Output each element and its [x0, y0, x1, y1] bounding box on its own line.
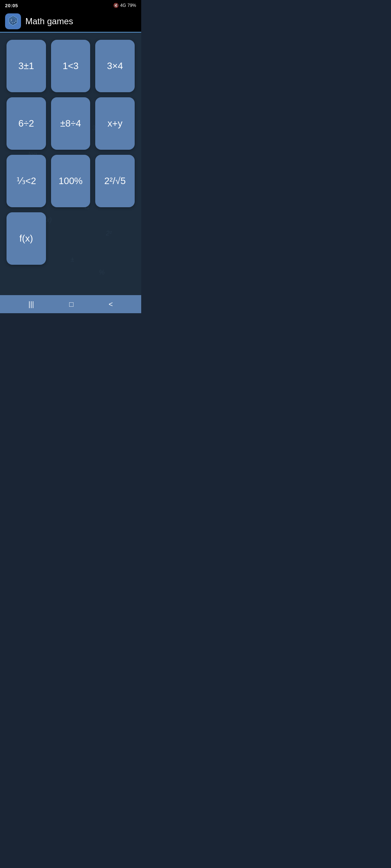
tile-powers[interactable]: 2²/√5	[95, 155, 135, 207]
status-bar: 20:05 🔇 4G 79%	[0, 0, 141, 11]
app-bar: 7 2 5 4 3 Math games	[0, 11, 141, 33]
tile-percentage[interactable]: 100%	[51, 155, 91, 207]
main-content: x²+y²=r² ∑ π ∫ √ 3x+2=y log 7 ∞ cos θ Δ …	[0, 33, 141, 295]
tile-comparison[interactable]: 1<3	[51, 40, 91, 92]
app-icon: 7 2 5 4 3	[5, 13, 21, 29]
app-title: Math games	[25, 16, 73, 26]
status-time: 20:05	[5, 3, 18, 8]
tile-arithmetic[interactable]: 3±1	[7, 40, 46, 92]
tile-algebra[interactable]: x+y	[95, 97, 135, 150]
signal-label: 4G	[120, 3, 126, 8]
game-grid: 3±1 1<3 3×4 6÷2 ±8÷4 x+y ⅓<2 100% 2²/√5 …	[7, 40, 135, 265]
tile-functions[interactable]: f(x)	[7, 212, 46, 265]
tile-fractions[interactable]: ⅓<2	[7, 155, 46, 207]
recent-apps-button[interactable]: |||	[21, 297, 41, 311]
tile-division[interactable]: 6÷2	[7, 97, 46, 150]
back-button[interactable]: <	[101, 297, 120, 311]
battery-label: 79%	[127, 3, 136, 8]
nav-bar: ||| □ <	[0, 295, 141, 313]
mute-icon: 🔇	[113, 3, 119, 8]
home-button[interactable]: □	[62, 297, 81, 311]
status-icons: 🔇 4G 79%	[113, 3, 136, 8]
tile-signed-division[interactable]: ±8÷4	[51, 97, 91, 150]
tile-multiplication[interactable]: 3×4	[95, 40, 135, 92]
